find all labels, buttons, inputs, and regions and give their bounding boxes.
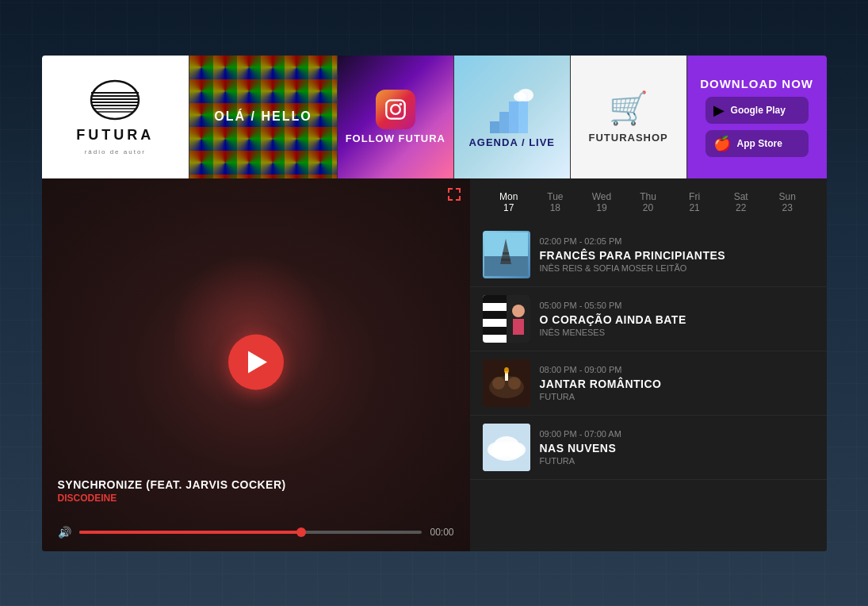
schedule-thumb-4 <box>483 424 530 471</box>
svg-rect-11 <box>490 121 499 133</box>
google-play-button[interactable]: ▶ Google Play <box>705 97 809 124</box>
agenda-text: AGENDA / LIVE <box>468 136 555 148</box>
play-button[interactable] <box>228 334 284 389</box>
google-play-label: Google Play <box>731 105 786 116</box>
schedule-section: Mon 17 Tue 18 Wed 19 Thu 20 Fri 21 <box>470 178 827 551</box>
day-thu-num: 20 <box>625 202 671 213</box>
day-thu-name: Thu <box>625 191 671 202</box>
schedule-item-2[interactable]: 05:00 PM - 05:50 PM O CORAÇÃO AINDA BATE… <box>470 287 827 351</box>
svg-rect-20 <box>503 252 509 255</box>
day-sun-num: 23 <box>764 202 811 213</box>
banner-follow[interactable]: FOLLOW FUTURA <box>338 56 454 178</box>
day-fri-num: 21 <box>671 202 718 213</box>
svg-rect-23 <box>483 295 507 303</box>
play-icon <box>248 351 267 373</box>
futura-logo-svg <box>87 79 143 122</box>
day-wed-num: 19 <box>579 202 625 213</box>
schedule-info-4: 09:00 PM - 07:00 AM NAS NUVENS FUTURA <box>540 429 814 466</box>
day-wed-name: Wed <box>579 191 625 202</box>
banner-download[interactable]: DOWNLOAD NOW ▶ Google Play 🍎 App Store <box>687 56 827 178</box>
schedule-title-2: O CORAÇÃO AINDA BATE <box>540 313 814 326</box>
banner-hello[interactable]: OLÁ / HELLO <box>189 56 338 178</box>
banner-shop[interactable]: 🛒 FUTURASHOP <box>571 56 687 178</box>
track-title: SYNCHRONIZE (FEAT. JARVIS COCKER) <box>58 478 454 491</box>
schedule-title-3: JANTAR ROMÂNTICO <box>540 378 814 390</box>
player-center <box>228 334 284 389</box>
schedule-time-4: 09:00 PM - 07:00 AM <box>540 429 814 439</box>
day-mon[interactable]: Mon 17 <box>486 191 533 213</box>
schedule-thumb-2 <box>483 295 530 343</box>
schedule-item-3[interactable]: 08:00 PM - 09:00 PM JANTAR ROMÂNTICO FUT… <box>470 351 827 416</box>
futura-subtitle: rádio de autor <box>85 148 146 155</box>
svg-point-34 <box>504 367 509 374</box>
schedule-host-2: INÊS MENESES <box>540 328 814 337</box>
svg-point-39 <box>494 436 519 455</box>
player-info: SYNCHRONIZE (FEAT. JARVIS COCKER) DISCOD… <box>58 478 454 504</box>
schedule-info-1: 02:00 PM - 02:05 PM FRANCÊS PARA PRINCIP… <box>540 236 814 273</box>
hello-text: OLÁ / HELLO <box>189 56 337 178</box>
day-sun-name: Sun <box>764 191 811 202</box>
svg-point-16 <box>514 92 526 102</box>
day-tue-num: 18 <box>532 202 579 213</box>
days-header: Mon 17 Tue 18 Wed 19 Thu 20 Fri 21 <box>470 178 827 220</box>
player-section: SYNCHRONIZE (FEAT. JARVIS COCKER) DISCOD… <box>42 178 470 551</box>
volume-icon[interactable]: 🔊 <box>58 526 71 539</box>
schedule-thumb-1 <box>483 231 530 278</box>
bottom-section: SYNCHRONIZE (FEAT. JARVIS COCKER) DISCOD… <box>42 178 827 551</box>
expand-button[interactable] <box>448 188 461 204</box>
banner-agenda[interactable]: AGENDA / LIVE <box>454 56 571 178</box>
download-title: DOWNLOAD NOW <box>700 77 813 90</box>
progress-bar[interactable] <box>79 531 423 534</box>
svg-point-9 <box>391 105 400 114</box>
schedule-item-1[interactable]: 02:00 PM - 02:05 PM FRANCÊS PARA PRINCIP… <box>470 223 827 287</box>
futura-name: FUTURA <box>76 127 154 144</box>
player-controls: 🔊 00:00 <box>58 526 454 539</box>
schedule-title-4: NAS NUVENS <box>540 442 814 454</box>
svg-rect-25 <box>483 327 507 335</box>
svg-rect-24 <box>483 311 507 319</box>
day-fri[interactable]: Fri 21 <box>671 191 718 213</box>
cart-icon: 🛒 <box>609 90 648 127</box>
day-wed[interactable]: Wed 19 <box>579 191 625 213</box>
app-store-button[interactable]: 🍎 App Store <box>705 130 809 157</box>
day-sun[interactable]: Sun 23 <box>764 191 811 213</box>
schedule-host-1: INÊS REIS & SOFIA MOSER LEITÃO <box>540 263 814 273</box>
svg-rect-12 <box>499 112 509 133</box>
top-banner: FUTURA rádio de autor OLÁ / HELLO FOLLOW… <box>42 56 827 178</box>
progress-fill <box>79 531 302 534</box>
schedule-time-3: 08:00 PM - 09:00 PM <box>540 365 814 374</box>
day-tue[interactable]: Tue 18 <box>532 191 579 213</box>
main-container: FUTURA rádio de autor OLÁ / HELLO FOLLOW… <box>42 56 827 551</box>
day-sat-num: 22 <box>717 202 764 213</box>
day-tue-name: Tue <box>532 191 579 202</box>
svg-rect-8 <box>386 100 404 118</box>
app-store-label: App Store <box>737 138 782 149</box>
schedule-info-2: 05:00 PM - 05:50 PM O CORAÇÃO AINDA BATE… <box>540 301 814 337</box>
schedule-thumb-3 <box>483 359 530 407</box>
day-thu[interactable]: Thu 20 <box>625 191 671 213</box>
day-sat-name: Sat <box>717 191 764 202</box>
time-display: 00:00 <box>430 527 453 538</box>
day-fri-name: Fri <box>671 191 718 202</box>
schedule-host-3: FUTURA <box>540 392 814 401</box>
svg-rect-21 <box>501 259 510 261</box>
svg-rect-28 <box>513 319 524 335</box>
svg-point-10 <box>399 102 402 105</box>
day-mon-name: Mon <box>486 191 533 202</box>
svg-point-32 <box>508 377 521 389</box>
track-artist: DISCODEINE <box>58 493 454 504</box>
day-mon-num: 17 <box>486 202 533 213</box>
agenda-visual <box>490 86 533 133</box>
instagram-icon <box>376 90 415 129</box>
schedule-item-4[interactable]: 09:00 PM - 07:00 AM NAS NUVENS FUTURA <box>470 416 827 480</box>
apple-icon: 🍎 <box>713 135 731 152</box>
banner-futura[interactable]: FUTURA rádio de autor <box>42 56 190 178</box>
google-play-icon: ▶ <box>713 102 725 119</box>
svg-point-31 <box>492 377 505 389</box>
svg-rect-13 <box>509 102 518 133</box>
svg-point-27 <box>512 305 525 317</box>
follow-text: FOLLOW FUTURA <box>346 132 445 144</box>
schedule-time-2: 05:00 PM - 05:50 PM <box>540 301 814 310</box>
schedule-list: 02:00 PM - 02:05 PM FRANCÊS PARA PRINCIP… <box>470 220 827 551</box>
day-sat[interactable]: Sat 22 <box>717 191 764 213</box>
